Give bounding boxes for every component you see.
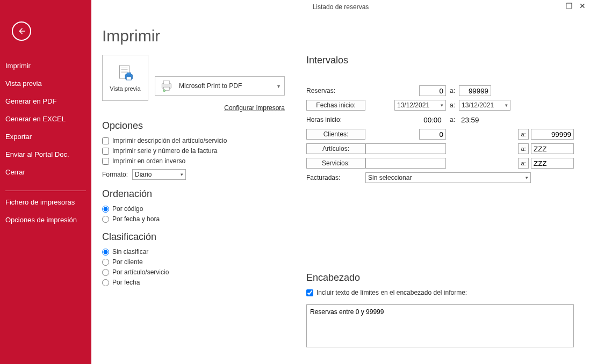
chevron-down-icon: ▾ (437, 103, 443, 108)
reservas-to-input[interactable] (459, 85, 491, 96)
servicios-from-input[interactable] (365, 158, 446, 169)
fecha-to-value: 13/12/2021 (462, 101, 494, 109)
articulos-to-input[interactable] (531, 143, 574, 154)
a-label: a: (446, 87, 459, 94)
chk-descripcion-input[interactable] (102, 137, 109, 144)
intervalos-heading: Intervalos (306, 55, 574, 66)
a-button[interactable]: a: (518, 129, 529, 140)
chk-incluir-limites[interactable]: Incluir texto de límites en el encabezad… (306, 289, 574, 296)
chevron-down-icon: ▾ (177, 172, 183, 177)
window-title: Listado de reservas (313, 3, 369, 11)
radio-por-articulo[interactable]: Por artículo/servicio (102, 268, 285, 276)
chk-descripcion-label: Imprimir descripción del artículo/servic… (112, 137, 227, 144)
titlebar: Listado de reservas ❐ ✕ (91, 0, 590, 15)
radio-por-fecha-hora-label: Por fecha y hora (112, 215, 160, 223)
chevron-down-icon: ▾ (522, 175, 528, 180)
chk-incluir-limites-label: Incluir texto de límites en el encabezad… (316, 289, 467, 296)
sidebar-item-opciones-impresion[interactable]: Opciones de impresión (0, 211, 91, 229)
radio-por-fecha-hora-input[interactable] (102, 216, 109, 223)
vista-previa-button[interactable]: Vista previa (102, 55, 148, 101)
articulos-button[interactable]: Artículos: (306, 143, 365, 154)
fecha-from-value: 13/12/2021 (397, 101, 429, 109)
radio-por-fecha-input[interactable] (102, 279, 109, 286)
facturadas-label: Facturadas: (306, 174, 365, 181)
radio-por-fecha[interactable]: Por fecha (102, 279, 285, 286)
configurar-impresora-link[interactable]: Configurar impresora (102, 104, 285, 112)
articulos-from-input[interactable] (365, 143, 446, 154)
printer-icon (160, 78, 174, 94)
chk-serie-factura-input[interactable] (102, 148, 109, 155)
radio-por-articulo-label: Por artículo/servicio (112, 268, 169, 276)
radio-por-codigo[interactable]: Por código (102, 205, 285, 213)
reservas-label: Reservas: (306, 87, 365, 94)
chk-serie-factura[interactable]: Imprimir serie y número de la factura (102, 147, 285, 155)
clientes-button[interactable]: Clientes: (306, 129, 365, 140)
formato-label: Formato: (102, 171, 128, 178)
sidebar-divider (5, 191, 86, 191)
chk-descripcion[interactable]: Imprimir descripción del artículo/servic… (102, 137, 285, 144)
formato-combo[interactable]: Diario ▾ (132, 169, 186, 180)
radio-por-articulo-input[interactable] (102, 269, 109, 276)
facturadas-value: Sin seleccionar (368, 174, 412, 181)
radio-sin-clasificar-label: Sin clasificar (112, 248, 148, 256)
sidebar-item-vista-previa[interactable]: Vista previa (0, 75, 91, 92)
radio-por-codigo-input[interactable] (102, 206, 109, 213)
sidebar-item-exportar[interactable]: Exportar (0, 128, 91, 145)
radio-por-cliente-label: Por cliente (112, 258, 143, 266)
radio-sin-clasificar-input[interactable] (102, 249, 109, 256)
close-icon[interactable]: ✕ (579, 2, 586, 10)
svg-rect-7 (126, 77, 131, 80)
sidebar-item-cerrar[interactable]: Cerrar (0, 163, 91, 181)
page-title: Imprimir (102, 27, 574, 45)
document-preview-icon (116, 64, 135, 83)
hora-from-input[interactable] (419, 114, 446, 125)
sidebar: Imprimir Vista previa Generar en PDF Gen… (0, 0, 91, 364)
sidebar-item-generar-pdf[interactable]: Generar en PDF (0, 92, 91, 110)
radio-por-cliente-input[interactable] (102, 259, 109, 266)
chk-orden-inverso[interactable]: Imprimir en orden inverso (102, 157, 285, 165)
chk-orden-inverso-label: Imprimir en orden inverso (112, 157, 185, 165)
chevron-down-icon: ▾ (502, 103, 508, 108)
reservas-from-input[interactable] (419, 85, 446, 96)
vista-previa-label: Vista previa (110, 85, 140, 92)
servicios-to-input[interactable] (531, 158, 574, 169)
sidebar-item-imprimir[interactable]: Imprimir (0, 57, 91, 75)
a-label: a: (446, 116, 459, 123)
sidebar-item-fichero-impresoras[interactable]: Fichero de impresoras (0, 193, 91, 211)
fecha-to-combo[interactable]: 13/12/2021 ▾ (459, 100, 510, 111)
fecha-from-combo[interactable]: 13/12/2021 ▾ (394, 100, 446, 111)
main-panel: Listado de reservas ❐ ✕ Imprimir (91, 0, 590, 364)
chevron-down-icon: ▾ (277, 83, 280, 89)
svg-rect-6 (127, 73, 131, 76)
maximize-icon[interactable]: ❐ (566, 2, 573, 10)
back-button[interactable] (12, 21, 31, 41)
clasificacion-heading: Clasificación (102, 231, 285, 243)
a-button[interactable]: a: (518, 143, 529, 154)
radio-sin-clasificar[interactable]: Sin clasificar (102, 248, 285, 256)
horas-label: Horas inicio: (306, 116, 365, 123)
encabezado-textarea[interactable] (306, 304, 574, 347)
sidebar-item-generar-excel[interactable]: Generar en EXCEL (0, 110, 91, 128)
radio-por-fecha-hora[interactable]: Por fecha y hora (102, 215, 285, 223)
svg-rect-9 (164, 81, 170, 84)
chk-orden-inverso-input[interactable] (102, 158, 109, 165)
opciones-heading: Opciones (102, 120, 285, 132)
sidebar-item-enviar-portal[interactable]: Enviar al Portal Doc. (0, 145, 91, 163)
chk-incluir-limites-input[interactable] (306, 289, 313, 296)
printer-selector[interactable]: Microsoft Print to PDF ▾ (155, 76, 285, 96)
a-label: a: (446, 101, 459, 109)
facturadas-combo[interactable]: Sin seleccionar ▾ (365, 172, 531, 183)
a-button[interactable]: a: (518, 158, 529, 169)
printer-name: Microsoft Print to PDF (179, 82, 242, 90)
arrow-left-icon (17, 26, 26, 36)
servicios-button[interactable]: Servicios: (306, 158, 365, 169)
formato-value: Diario (135, 171, 152, 178)
fechas-inicio-button[interactable]: Fechas inicio: (306, 100, 365, 111)
clientes-from-input[interactable] (419, 129, 446, 140)
radio-por-cliente[interactable]: Por cliente (102, 258, 285, 266)
hora-to-input[interactable] (459, 114, 486, 125)
encabezado-heading: Encabezado (306, 272, 574, 283)
clientes-to-input[interactable] (531, 129, 574, 140)
chk-serie-factura-label: Imprimir serie y número de la factura (112, 147, 217, 155)
radio-por-codigo-label: Por código (112, 205, 143, 213)
